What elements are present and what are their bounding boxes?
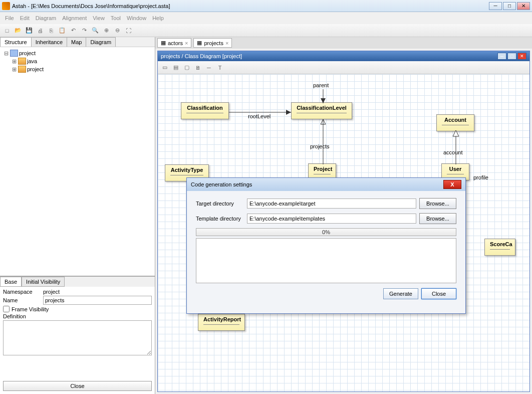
- close-tab-icon[interactable]: ×: [225, 40, 228, 46]
- tab-map[interactable]: Map: [67, 37, 86, 47]
- class-name: ClassificationLevel: [297, 105, 347, 111]
- tab-label: actors: [168, 40, 183, 46]
- tree-label: java: [27, 58, 37, 64]
- fit-icon[interactable]: ⛶: [123, 26, 133, 36]
- diagram-icon: ▦: [197, 40, 202, 46]
- dialog-title: Code generation settings: [191, 181, 252, 187]
- class-activity-report[interactable]: ActivityReport: [198, 314, 245, 331]
- class-tool-icon[interactable]: ▤: [171, 63, 181, 73]
- class-name: ActivityReport: [203, 316, 241, 322]
- class-score-card[interactable]: ScoreCa: [484, 239, 515, 256]
- tree-label: project: [27, 66, 44, 72]
- expand-icon[interactable]: ⊞: [11, 66, 17, 73]
- save-icon[interactable]: 💾: [24, 26, 34, 36]
- assoc-tool-icon[interactable]: ─: [204, 63, 214, 73]
- drawing-toolbar: ▭ ▤ ▢ 🗎 ─ T: [158, 61, 529, 74]
- progress-text: 0%: [322, 229, 330, 235]
- tab-structure[interactable]: Structure: [0, 37, 32, 47]
- progress-bar: 0%: [196, 228, 456, 236]
- target-dir-input[interactable]: [247, 199, 416, 209]
- tree-root[interactable]: ⊟ project: [3, 49, 152, 57]
- menu-window[interactable]: Window: [124, 14, 149, 22]
- definition-label: Definition: [3, 313, 43, 319]
- maximize-button[interactable]: □: [503, 2, 516, 10]
- class-account[interactable]: Account: [436, 114, 474, 131]
- assoc-label-parent: parent: [313, 82, 329, 88]
- sidebar: Structure Inheritance Map Diagram ⊟ proj…: [0, 37, 155, 394]
- tree-item-java[interactable]: ⊞ java: [3, 57, 152, 65]
- dialog-close-button[interactable]: X: [443, 180, 461, 189]
- menu-file[interactable]: File: [2, 14, 17, 22]
- zoom-out-icon[interactable]: ⊖: [112, 26, 122, 36]
- new-icon[interactable]: □: [2, 26, 12, 36]
- package-icon: [18, 58, 26, 65]
- minimize-button[interactable]: ─: [489, 2, 502, 10]
- zoom-icon[interactable]: 🔍: [90, 26, 100, 36]
- diagram-min-button[interactable]: ─: [497, 53, 506, 60]
- copy-icon[interactable]: ⎘: [46, 26, 56, 36]
- tab-base[interactable]: Base: [0, 277, 22, 287]
- namespace-label: Namespace: [3, 289, 43, 295]
- svg-marker-1: [286, 110, 291, 115]
- paste-icon[interactable]: 📋: [57, 26, 67, 36]
- select-tool-icon[interactable]: ▭: [160, 63, 170, 73]
- app-logo-icon: [2, 2, 10, 10]
- frame-visibility-label: Frame Visibility: [12, 306, 49, 312]
- text-tool-icon[interactable]: T: [215, 63, 225, 73]
- assoc-label-projects: projects: [310, 143, 330, 149]
- open-icon[interactable]: 📂: [13, 26, 23, 36]
- assoc-label-rootlevel: rootLevel: [248, 113, 271, 119]
- project-tree[interactable]: ⊟ project ⊞ java ⊞ project: [0, 47, 155, 276]
- class-name: User: [449, 166, 461, 172]
- expand-icon[interactable]: ⊞: [11, 58, 17, 65]
- class-name: ScoreCa: [490, 241, 512, 247]
- browse-target-button[interactable]: Browse...: [419, 198, 456, 209]
- assoc-label-profile: profile: [473, 174, 488, 180]
- log-output: [196, 238, 456, 283]
- tab-inheritance[interactable]: Inheritance: [31, 37, 67, 47]
- tree-item-project[interactable]: ⊞ project: [3, 65, 152, 73]
- menu-help[interactable]: Help: [149, 14, 167, 22]
- menu-alignment[interactable]: Alignment: [59, 14, 90, 22]
- properties-panel: Base Initial Visibility Namespace projec…: [0, 276, 155, 394]
- class-classification-level[interactable]: ClassificationLevel: [291, 102, 352, 119]
- definition-textarea[interactable]: [3, 320, 152, 355]
- tab-diagram[interactable]: Diagram: [86, 37, 116, 47]
- redo-icon[interactable]: ↷: [79, 26, 89, 36]
- menu-diagram[interactable]: Diagram: [33, 14, 60, 22]
- close-button[interactable]: ✕: [517, 2, 530, 10]
- frame-visibility-checkbox[interactable]: [3, 306, 10, 312]
- name-input[interactable]: [43, 296, 152, 305]
- menu-bar: File Edit Diagram Alignment View Tool Wi…: [0, 12, 532, 24]
- tree-label: project: [19, 50, 36, 56]
- note-tool-icon[interactable]: 🗎: [193, 63, 203, 73]
- package-tool-icon[interactable]: ▢: [182, 63, 192, 73]
- generate-button[interactable]: Generate: [383, 288, 418, 299]
- diagram-max-button[interactable]: □: [507, 53, 516, 60]
- diagram-close-button[interactable]: ✕: [517, 53, 526, 60]
- browse-template-button[interactable]: Browse...: [419, 213, 456, 224]
- menu-edit[interactable]: Edit: [17, 14, 33, 22]
- class-name: ActivityType: [171, 167, 203, 173]
- title-bar: Astah - [E:\Mes Documents\Docs Jose\Info…: [0, 0, 532, 12]
- tab-initial-visibility[interactable]: Initial Visibility: [22, 277, 65, 287]
- doc-tab-projects[interactable]: ▦ projects ×: [193, 38, 232, 48]
- diagram-icon: ▦: [161, 40, 166, 46]
- print-icon[interactable]: 🖨: [35, 26, 45, 36]
- menu-tool[interactable]: Tool: [108, 14, 124, 22]
- template-dir-input[interactable]: [247, 214, 416, 224]
- menu-view[interactable]: View: [90, 14, 108, 22]
- panel-close-button[interactable]: Close: [3, 381, 152, 391]
- namespace-value: project: [43, 289, 60, 295]
- zoom-in-icon[interactable]: ⊕: [101, 26, 111, 36]
- diagram-title: projects / Class Diagram [project]: [161, 53, 242, 59]
- window-title: Astah - [E:\Mes Documents\Docs Jose\Info…: [12, 3, 489, 9]
- close-button[interactable]: Close: [421, 288, 456, 299]
- collapse-icon[interactable]: ⊟: [3, 50, 9, 57]
- project-icon: [10, 50, 18, 57]
- doc-tab-actors[interactable]: ▦ actors ×: [157, 38, 191, 48]
- template-dir-label: Template directory: [196, 216, 244, 222]
- undo-icon[interactable]: ↶: [68, 26, 78, 36]
- close-tab-icon[interactable]: ×: [185, 40, 188, 46]
- class-classification[interactable]: Classification: [181, 102, 229, 119]
